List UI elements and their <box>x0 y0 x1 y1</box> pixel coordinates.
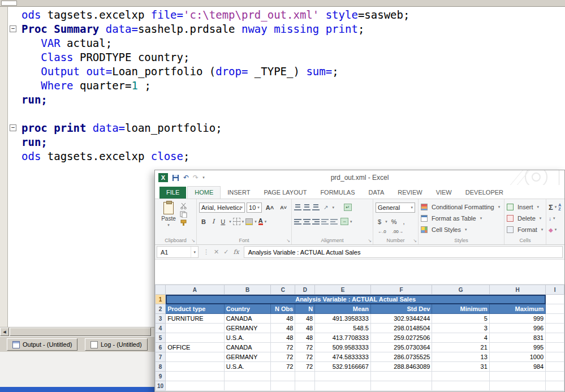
cell[interactable] <box>546 352 564 362</box>
undo-icon[interactable]: ↶ <box>183 174 189 182</box>
dialog-launcher-icon[interactable]: ↘ <box>413 238 417 243</box>
cell[interactable] <box>166 324 225 333</box>
cell[interactable] <box>166 362 225 372</box>
accounting-dropdown-icon[interactable]: ▾ <box>385 219 387 224</box>
qat-customize-icon[interactable]: ▾ <box>202 175 205 180</box>
cell[interactable] <box>546 324 564 333</box>
decrease-indent-icon[interactable] <box>321 218 329 225</box>
fill-color-icon[interactable] <box>245 218 253 225</box>
tab-data[interactable]: DATA <box>362 187 391 199</box>
cell[interactable] <box>546 295 564 304</box>
copy-icon[interactable] <box>180 211 187 218</box>
cell[interactable] <box>315 381 371 391</box>
column-header[interactable]: F <box>370 285 432 295</box>
column-header[interactable]: B <box>224 285 271 295</box>
percent-style-icon[interactable]: % <box>389 217 399 226</box>
underline-dropdown-icon[interactable]: ▾ <box>229 219 231 224</box>
code-line[interactable]: Output out=Loan_portfolio (drop= _TYPE_)… <box>8 64 565 79</box>
cell[interactable]: 984 <box>489 362 545 372</box>
code-line[interactable]: run; <box>8 135 565 149</box>
tab-file[interactable]: FILE <box>159 187 186 199</box>
orientation-icon[interactable]: ↗ <box>321 203 330 212</box>
header-cell[interactable]: Product type <box>166 304 225 314</box>
bottom-align-icon[interactable] <box>312 204 320 210</box>
cell[interactable]: 48 <box>271 324 295 333</box>
clear-icon[interactable]: ◆ <box>549 227 553 233</box>
font-name-combo[interactable]: Arial, Helvetica, sa ▾ <box>199 203 245 213</box>
autosum-icon[interactable]: Σ <box>549 204 553 211</box>
row-header[interactable]: 8 <box>156 362 166 372</box>
cell[interactable] <box>166 333 225 343</box>
cell[interactable]: U.S.A. <box>224 362 271 372</box>
cell[interactable]: 48 <box>295 324 315 333</box>
code-line[interactable]: ods tagsets.excelxp close; <box>8 149 565 163</box>
fill-icon[interactable]: ↓ <box>549 216 551 222</box>
cell[interactable] <box>271 381 295 391</box>
row-header[interactable]: 7 <box>156 352 166 362</box>
fold-collapse-icon[interactable]: − <box>10 124 16 131</box>
code-line[interactable]: ods tagsets.excelxp file='c:\temp\prd_ou… <box>8 8 565 22</box>
dialog-launcher-icon[interactable]: ↘ <box>368 238 372 243</box>
cut-icon[interactable] <box>180 203 187 209</box>
cell[interactable] <box>370 372 432 381</box>
tab-view[interactable]: VIEW <box>429 187 459 199</box>
save-icon[interactable] <box>172 174 179 182</box>
cell[interactable]: 413.7708333 <box>315 333 371 343</box>
fold-toggle[interactable]: − <box>8 22 21 36</box>
underline-button[interactable]: U <box>218 217 227 226</box>
cell[interactable]: 48 <box>295 314 315 324</box>
cell[interactable]: 1000 <box>489 352 545 362</box>
cell[interactable]: 72 <box>295 352 315 362</box>
fold-collapse-icon[interactable]: − <box>10 25 16 32</box>
cell[interactable] <box>546 343 564 352</box>
code-line[interactable] <box>8 107 565 121</box>
sas-vertical-scrollbar[interactable] <box>0 7 8 327</box>
dialog-launcher-icon[interactable]: ↘ <box>286 238 290 243</box>
accounting-format-icon[interactable]: $ <box>376 217 383 226</box>
tab-page-layout[interactable]: PAGE LAYOUT <box>257 187 313 199</box>
cell[interactable]: 532.9166667 <box>315 362 371 372</box>
middle-align-icon[interactable] <box>303 204 310 210</box>
cell[interactable]: FURNITURE <box>166 314 225 324</box>
cancel-icon[interactable]: ✕ <box>214 248 219 256</box>
font-color-icon[interactable]: A <box>258 218 263 225</box>
row-header[interactable]: 1 <box>156 295 166 304</box>
tab-review[interactable]: REVIEW <box>391 187 429 199</box>
bold-button[interactable]: B <box>199 217 208 226</box>
fill-color-dropdown-icon[interactable]: ▾ <box>255 219 257 224</box>
cell[interactable] <box>546 381 564 391</box>
cell[interactable] <box>315 372 371 381</box>
cell[interactable]: 72 <box>295 343 315 352</box>
cell[interactable]: 48 <box>295 333 315 343</box>
increase-indent-icon[interactable] <box>330 218 338 225</box>
number-format-combo[interactable]: General ▾ <box>376 203 415 213</box>
cell[interactable]: GERMANY <box>224 324 271 333</box>
cell[interactable] <box>166 352 225 362</box>
cell[interactable]: 3 <box>432 324 489 333</box>
cell[interactable]: 21 <box>432 343 489 352</box>
name-box-dropdown-icon[interactable]: ▾ <box>191 247 198 257</box>
row-header[interactable]: 3 <box>156 314 166 324</box>
cell[interactable] <box>295 372 315 381</box>
format-as-table-button[interactable]: Format as Table <box>429 214 478 223</box>
tab-developer[interactable]: DEVELOPER <box>459 187 510 199</box>
cell[interactable] <box>271 372 295 381</box>
cell[interactable]: U.S.A. <box>224 333 271 343</box>
cell[interactable] <box>224 372 271 381</box>
sort-filter-icon[interactable]: A Z <box>558 203 561 211</box>
cell[interactable]: CANADA <box>224 314 271 324</box>
cell[interactable]: 298.0148504 <box>370 324 432 333</box>
cell[interactable] <box>546 362 564 372</box>
format-painter-icon[interactable] <box>180 219 187 226</box>
italic-button[interactable]: I <box>210 217 217 226</box>
formula-input[interactable]: Analysis Variable : ACTUAL Actual Sales <box>244 246 563 258</box>
cell[interactable] <box>546 333 564 343</box>
column-header[interactable]: I <box>546 285 564 295</box>
cell[interactable]: 491.3958333 <box>315 314 371 324</box>
merged-title-cell[interactable]: Analysis Variable : ACTUAL Actual Sales <box>166 295 546 304</box>
paste-button[interactable]: Paste ▾ <box>157 201 180 234</box>
header-cell[interactable]: Maximum <box>489 304 545 314</box>
row-header[interactable]: 9 <box>156 372 166 381</box>
cell[interactable] <box>489 372 545 381</box>
cell[interactable]: 302.9344244 <box>370 314 432 324</box>
